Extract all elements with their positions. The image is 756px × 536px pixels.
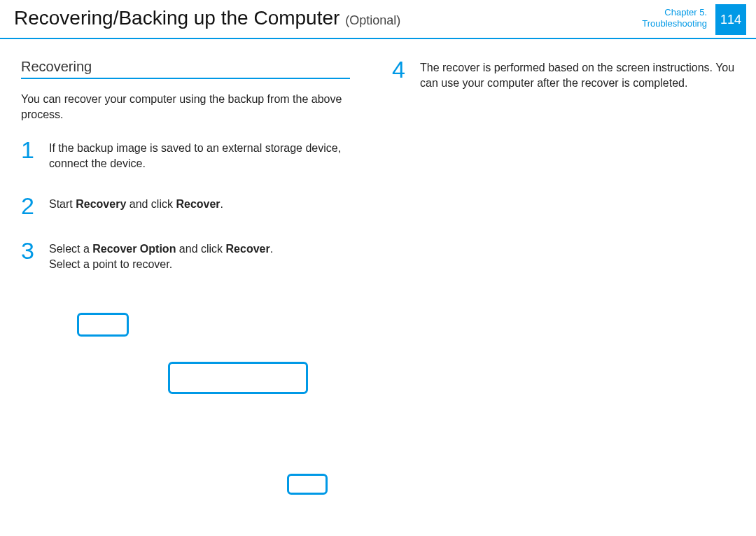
step-1: 1 If the backup image is saved to an ext… [21, 139, 364, 171]
line-1: Select a Recover Option and click Recove… [49, 241, 273, 257]
t: and click [176, 243, 225, 255]
t-bold: Recovery [76, 198, 126, 210]
page: Recovering/Backing up the Computer (Opti… [0, 0, 756, 536]
t-bold: Recover [226, 243, 270, 255]
line-2: Select a point to recover. [49, 257, 273, 272]
title-tag: (Optional) [345, 13, 400, 27]
callout-rect [168, 362, 308, 394]
section-heading: Recovering [21, 59, 350, 79]
t: . [220, 198, 223, 210]
t: and click [126, 198, 176, 210]
page-number: 114 [720, 13, 741, 27]
callout-rect [77, 313, 129, 337]
t: Select a [49, 243, 92, 255]
step-text: If the backup image is saved to an exter… [49, 139, 364, 171]
step-number: 2 [21, 195, 39, 216]
page-number-badge: 114 [715, 4, 746, 35]
step-text: The recover is performed based on the sc… [420, 59, 735, 91]
step-number: 3 [21, 240, 39, 272]
breadcrumb: Chapter 5. Troubleshooting [642, 7, 707, 29]
intro-text: You can recover your computer using the … [21, 92, 350, 122]
body: Recovering You can recover your computer… [0, 39, 756, 506]
chapter-line: Chapter 5. [642, 7, 707, 18]
step-text: Start Recovery and click Recover. [49, 195, 223, 216]
right-column: 4 The recover is performed based on the … [392, 59, 735, 506]
title-main: Recovering/Backing up the Computer [14, 7, 340, 29]
step-4: 4 The recover is performed based on the … [392, 59, 735, 91]
step-3: 3 Select a Recover Option and click Reco… [21, 240, 364, 272]
t: Start [49, 198, 76, 210]
step-text: Select a Recover Option and click Recove… [49, 240, 273, 272]
section-line: Troubleshooting [642, 18, 707, 29]
step-number: 4 [392, 59, 410, 91]
step-number: 1 [21, 139, 39, 171]
page-title: Recovering/Backing up the Computer (Opti… [14, 7, 742, 29]
t-bold: Recover [176, 198, 220, 210]
callout-rect [287, 474, 328, 495]
figure-placeholder [63, 296, 364, 506]
t: . [270, 243, 273, 255]
t-bold: Recover Option [92, 243, 176, 255]
step-2: 2 Start Recovery and click Recover. [21, 195, 364, 216]
page-header: Recovering/Backing up the Computer (Opti… [0, 0, 756, 39]
left-column: Recovering You can recover your computer… [21, 59, 364, 506]
